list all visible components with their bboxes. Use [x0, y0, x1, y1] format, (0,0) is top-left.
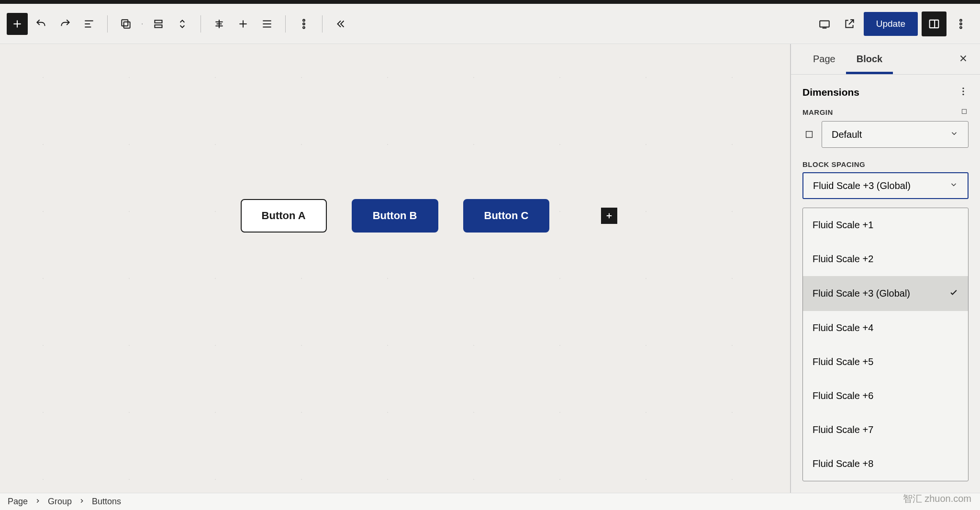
svg-point-11	[960, 26, 962, 28]
add-inner-block-button[interactable]	[601, 208, 617, 224]
block-spacing-value: Fluid Scale +3 (Global)	[813, 180, 911, 191]
more-options-button[interactable]	[950, 13, 971, 35]
margin-select[interactable]: Default	[822, 121, 969, 148]
breadcrumb-item[interactable]: Buttons	[92, 497, 121, 507]
svg-point-13	[962, 90, 964, 92]
option-label: Fluid Scale +7	[813, 424, 873, 435]
block-spacing-dropdown: Fluid Scale +1Fluid Scale +2Fluid Scale …	[802, 208, 969, 481]
canvas-button-c[interactable]: Button C	[463, 199, 550, 233]
browser-chrome	[0, 0, 980, 4]
layout-button[interactable]	[148, 13, 169, 35]
option-label: Fluid Scale +4	[813, 322, 873, 333]
chevron-down-icon	[950, 129, 958, 140]
svg-point-6	[303, 26, 305, 28]
margin-sides-icon[interactable]	[802, 128, 816, 141]
tab-block[interactable]: Block	[846, 44, 893, 74]
preview-button[interactable]	[814, 13, 835, 35]
settings-sidebar: Page Block Dimensions MARGIN	[791, 44, 980, 493]
svg-rect-2	[155, 20, 162, 22]
buttons-block[interactable]: Button A Button B Button C	[241, 199, 550, 233]
align-center-button[interactable]	[209, 13, 230, 35]
svg-rect-3	[155, 25, 162, 27]
block-spacing-option[interactable]: Fluid Scale +6	[803, 379, 968, 413]
canvas-button-b[interactable]: Button B	[352, 199, 438, 233]
block-spacing-option[interactable]: Fluid Scale +3 (Global)	[803, 276, 968, 311]
panel-options-button[interactable]	[958, 86, 969, 99]
justify-button[interactable]	[256, 13, 278, 35]
svg-rect-1	[122, 20, 128, 26]
block-spacing-option[interactable]: Fluid Scale +7	[803, 413, 968, 447]
breadcrumb-item[interactable]: Group	[48, 497, 72, 507]
document-overview-button[interactable]	[78, 13, 100, 35]
svg-rect-0	[124, 22, 130, 28]
svg-rect-8	[930, 20, 939, 27]
option-label: Fluid Scale +2	[813, 254, 873, 265]
breadcrumb-item[interactable]: Page	[8, 497, 28, 507]
sidebar-toggle-button[interactable]	[922, 11, 947, 36]
move-up-down-button[interactable]	[172, 13, 193, 35]
svg-rect-15	[962, 110, 967, 114]
divider	[322, 15, 323, 33]
tab-page[interactable]: Page	[802, 44, 846, 74]
divider	[285, 15, 286, 33]
divider	[200, 15, 201, 33]
block-spacing-label: BLOCK SPACING	[802, 160, 969, 168]
margin-value: Default	[832, 129, 862, 140]
svg-point-9	[960, 19, 962, 21]
svg-point-5	[303, 23, 305, 25]
separator-dot: ·	[141, 20, 143, 28]
chevron-down-icon	[949, 180, 958, 191]
canvas-button-a[interactable]: Button A	[241, 199, 327, 233]
editor-canvas[interactable]: Button A Button B Button C	[0, 44, 791, 493]
svg-rect-16	[806, 132, 813, 138]
block-spacing-select[interactable]: Fluid Scale +3 (Global)	[802, 172, 969, 199]
undo-button[interactable]	[31, 13, 52, 35]
block-options-button[interactable]	[293, 13, 314, 35]
option-label: Fluid Scale +8	[813, 458, 873, 469]
dimensions-panel: Dimensions MARGIN Default BLOCK SP	[791, 75, 980, 493]
close-sidebar-button[interactable]	[958, 53, 969, 66]
svg-point-12	[962, 88, 964, 89]
chevron-right-icon	[78, 497, 85, 507]
align-middle-button[interactable]	[233, 13, 254, 35]
check-icon	[949, 288, 958, 299]
svg-point-4	[303, 19, 305, 21]
divider	[107, 15, 108, 33]
update-button[interactable]: Update	[864, 12, 918, 36]
option-label: Fluid Scale +6	[813, 390, 873, 401]
option-label: Fluid Scale +5	[813, 356, 873, 367]
chevron-right-icon	[34, 497, 41, 507]
svg-point-14	[962, 94, 964, 95]
block-spacing-option[interactable]: Fluid Scale +8	[803, 447, 968, 481]
block-spacing-option[interactable]: Fluid Scale +4	[803, 311, 968, 345]
top-toolbar: · Update	[0, 4, 980, 44]
option-label: Fluid Scale +1	[813, 220, 873, 231]
collapse-toolbar-button[interactable]	[330, 13, 351, 35]
add-block-button[interactable]	[7, 13, 28, 35]
panel-title-dimensions: Dimensions	[802, 87, 859, 98]
svg-point-10	[960, 23, 962, 25]
option-label: Fluid Scale +3 (Global)	[813, 288, 910, 299]
unlink-sides-icon[interactable]	[960, 107, 969, 117]
sidebar-tabs: Page Block	[791, 44, 980, 75]
view-page-button[interactable]	[839, 13, 860, 35]
block-spacing-option[interactable]: Fluid Scale +2	[803, 242, 968, 276]
breadcrumb: PageGroupButtons	[0, 493, 980, 510]
block-spacing-option[interactable]: Fluid Scale +5	[803, 345, 968, 379]
margin-label: MARGIN	[802, 107, 969, 117]
copy-button[interactable]	[115, 13, 136, 35]
svg-rect-7	[820, 21, 829, 27]
block-spacing-option[interactable]: Fluid Scale +1	[803, 208, 968, 242]
redo-button[interactable]	[55, 13, 76, 35]
